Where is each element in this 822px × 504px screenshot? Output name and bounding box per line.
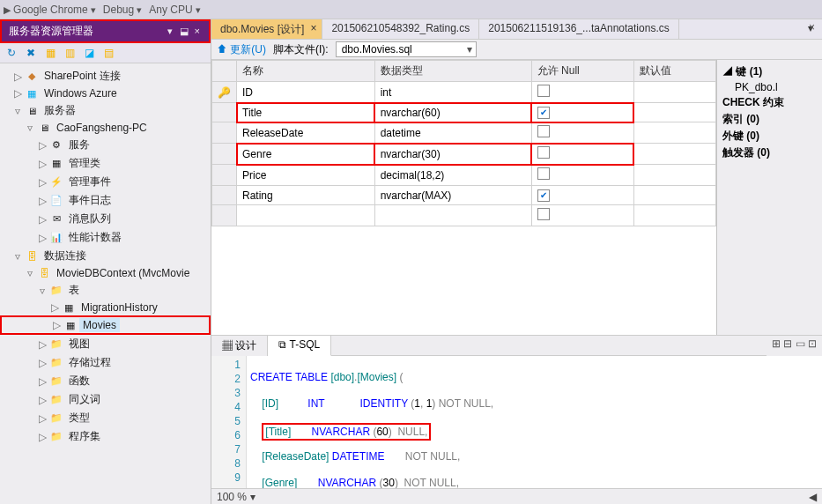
filter-icon[interactable]: ▤ [100, 45, 116, 61]
tab-annotations-cs[interactable]: 201506211519136_...taAnnotations.cs [479, 19, 679, 39]
col-null-header[interactable]: 允许 Null [531, 61, 633, 82]
table-row[interactable]: Titlenvarchar(60)✔ [212, 103, 716, 122]
cell-allownull[interactable] [531, 82, 633, 103]
tab-rating-cs[interactable]: 201506210548392_Rating.cs [322, 19, 479, 39]
db-icon: 🗄 [37, 266, 51, 280]
cell-type[interactable]: decimal(18,2) [374, 165, 531, 186]
check-header[interactable]: CHECK 约束 [722, 94, 817, 111]
cell-name[interactable]: Price [237, 165, 375, 186]
debug-combo[interactable]: Debug ▾ [103, 4, 142, 16]
tree-azure[interactable]: Windows Azure [41, 86, 121, 100]
editor-area: dbo.Movies [设计] × 201506210548392_Rating… [211, 19, 822, 504]
anycpu-combo[interactable]: Any CPU ▾ [149, 4, 200, 16]
tab-movies-design[interactable]: dbo.Movies [设计] × [211, 19, 322, 39]
cell-allownull[interactable]: ✔ [531, 186, 633, 205]
stop-icon[interactable]: ✖ [23, 45, 39, 61]
table-row[interactable]: 🔑IDint [212, 82, 716, 103]
cell-default[interactable] [633, 103, 715, 122]
tree-eventlog[interactable]: 事件日志 [65, 192, 115, 209]
tree-ctx[interactable]: MovieDBContext (MvcMovie [53, 266, 193, 280]
server-explorer-toolbar[interactable]: ↻ ✖ ▦ ▥ ◪ ▤ [0, 43, 211, 63]
cell-name[interactable]: Genre [237, 144, 375, 165]
connect-icon[interactable]: ▦ [42, 45, 58, 61]
columns-grid[interactable]: 名称 数据类型 允许 Null 默认值 🔑IDintTitlenvarchar(… [211, 60, 716, 335]
server-explorer-title: 服务器资源管理器 ▾ ⬓ × [0, 19, 211, 43]
panel-buttons[interactable]: ▾ ⬓ × [167, 26, 202, 37]
server-tree[interactable]: ▷◆SharePoint 连接 ▷▦Windows Azure ▿🖥服务器 ▿🖥… [0, 63, 211, 504]
tree-fn[interactable]: 函数 [65, 373, 93, 389]
tree-sharepoint[interactable]: SharePoint 连接 [41, 68, 124, 85]
cell-default[interactable] [633, 82, 715, 103]
cell-default[interactable] [633, 144, 715, 165]
table-row[interactable]: ReleaseDatedatetime [212, 122, 716, 144]
editor-close-icon[interactable]: × [809, 21, 815, 33]
pk-item[interactable]: PK_dbo.l [722, 80, 817, 94]
trigger-header[interactable]: 触发器 (0) [722, 145, 817, 161]
pc-icon: 🖥 [37, 121, 51, 135]
tree-syn[interactable]: 同义词 [65, 391, 104, 408]
table-row-empty[interactable] [212, 205, 716, 226]
refresh-icon[interactable]: ↻ [4, 45, 19, 61]
btab-design[interactable]: ▦ 设计 [211, 336, 268, 356]
cell-default[interactable] [633, 186, 715, 205]
zoom-value[interactable]: 100 % [217, 491, 247, 503]
cell-type[interactable]: nvarchar(30) [374, 144, 531, 165]
sql-code[interactable]: CREATE TABLE [dbo].[Movies] ( [ID] INT I… [247, 356, 822, 488]
tree-migr[interactable]: MigrationHistory [78, 300, 161, 315]
tree-sp[interactable]: 存储过程 [65, 354, 115, 371]
cell-name[interactable]: ReleaseDate [237, 122, 375, 144]
tree-queue[interactable]: 消息队列 [65, 211, 115, 227]
class-icon: ▦ [49, 157, 63, 171]
cell-name[interactable]: Title [237, 103, 375, 122]
tree-movies[interactable]: Movies [79, 318, 120, 332]
cell-type[interactable]: datetime [374, 122, 531, 144]
cell-default[interactable] [633, 165, 715, 186]
row-key-icon [212, 144, 237, 165]
tree-services[interactable]: 服务 [65, 137, 93, 153]
close-icon[interactable]: × [310, 22, 316, 34]
tree-views[interactable]: 视图 [65, 336, 93, 352]
tree-perf[interactable]: 性能计数器 [65, 229, 125, 246]
log-icon: 📄 [49, 194, 63, 208]
tree-mgmtevent[interactable]: 管理事件 [65, 174, 115, 190]
designer-toolbar: 🡅 更新(U) 脚本文件(I): dbo.Movies.sql [211, 39, 822, 60]
tree-asm[interactable]: 程序集 [65, 428, 104, 445]
cell-default[interactable] [633, 122, 715, 144]
tree-servers[interactable]: 服务器 [41, 102, 79, 119]
azure-icon[interactable]: ◪ [81, 45, 97, 61]
table-row[interactable]: Ratingnvarchar(MAX)✔ [212, 186, 716, 205]
tree-dataconn[interactable]: 数据连接 [41, 248, 90, 264]
cell-allownull[interactable] [531, 165, 633, 186]
col-default-header[interactable]: 默认值 [633, 61, 715, 82]
table-row[interactable]: Genrenvarchar(30) [212, 144, 716, 165]
update-button[interactable]: 🡅 更新(U) [217, 42, 266, 57]
zoom-dropdown-icon[interactable]: ▾ [250, 491, 255, 503]
cell-allownull[interactable]: ✔ [531, 103, 633, 122]
cell-name[interactable]: ID [237, 82, 375, 103]
folder-icon: 📁 [49, 393, 63, 407]
cell-allownull[interactable] [531, 122, 633, 144]
col-type-header[interactable]: 数据类型 [374, 61, 531, 82]
cell-name[interactable]: Rating [237, 186, 375, 205]
bottom-tools[interactable]: ⊞ ⊟ ▭ ⊡ [766, 336, 822, 356]
keys-header[interactable]: ◢ 键 (1) [722, 63, 817, 80]
scriptfile-combo[interactable]: dbo.Movies.sql [336, 41, 477, 57]
index-header[interactable]: 索引 (0) [722, 111, 817, 128]
cell-type[interactable]: nvarchar(MAX) [374, 186, 531, 205]
cell-type[interactable]: nvarchar(60) [374, 103, 531, 122]
btab-tsql[interactable]: ⧉ T-SQL [268, 336, 331, 356]
tree-tables[interactable]: 表 [65, 282, 83, 299]
tree-types[interactable]: 类型 [65, 410, 93, 426]
folder-icon: 📁 [49, 411, 63, 426]
col-name-header[interactable]: 名称 [237, 61, 375, 82]
sql-editor[interactable]: 123456789 CREATE TABLE [dbo].[Movies] ( … [211, 356, 822, 488]
tree-pc[interactable]: CaoFangsheng-PC [53, 121, 151, 135]
cell-type[interactable]: int [374, 82, 531, 103]
db-icon[interactable]: ▥ [62, 45, 78, 61]
fk-header[interactable]: 外键 (0) [722, 128, 817, 145]
document-tabs: dbo.Movies [设计] × 201506210548392_Rating… [211, 19, 822, 39]
table-row[interactable]: Pricedecimal(18,2) [212, 165, 716, 186]
row-key-icon: 🔑 [212, 82, 237, 103]
cell-allownull[interactable] [531, 144, 633, 165]
tree-mgmtclass[interactable]: 管理类 [65, 155, 104, 172]
